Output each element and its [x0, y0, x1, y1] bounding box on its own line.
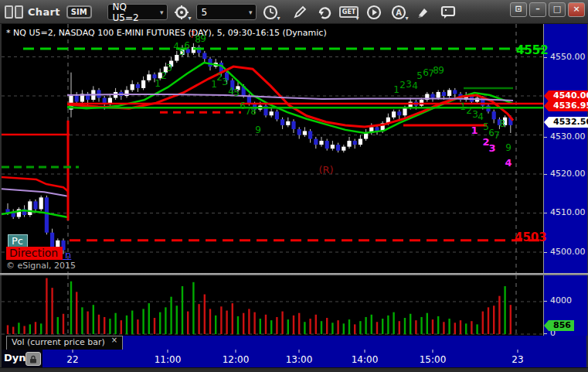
chevron-down-icon: ▾ [356, 15, 359, 22]
window-title: Chart [28, 6, 60, 18]
time-axis[interactable]: Dyn 2211:0012:0013:0014:0015:0023 [2, 350, 586, 367]
price-marker-bubble: 4536.95 [549, 101, 588, 111]
replay-button[interactable] [364, 4, 384, 21]
play-icon [366, 5, 382, 20]
trade-count-annotation: 2 [466, 105, 472, 116]
axis-tick [544, 137, 547, 138]
trade-count-annotation: 9 [255, 125, 261, 135]
trade-count-annotation: 4 [505, 157, 512, 169]
draw-tool-button[interactable] [290, 4, 310, 21]
tab-label: Vol (current price bar) [12, 337, 105, 347]
interval-value: 5 [202, 7, 208, 18]
axis-tick [73, 350, 73, 353]
trade-count-annotation: 5 [233, 87, 240, 98]
axis-tick [544, 301, 547, 302]
purple-ma [67, 94, 513, 101]
axis-tick [236, 350, 236, 353]
refresh-button[interactable] [314, 4, 335, 21]
price-axis-label: 4500.00 [550, 247, 586, 257]
chevron-down-icon: ▾ [244, 9, 253, 16]
time-axis-label: 12:00 [223, 354, 250, 365]
toolbar: Chart SIM NQ U5=2 ▾ ▾ 5 ▾ ▾ [0, 1, 588, 24]
window-controls: ⊡ – □ × [510, 2, 585, 17]
chart-window: Chart SIM NQ U5=2 ▾ ▾ 5 ▾ ▾ [0, 0, 588, 372]
trade-count-annotation: 1 [155, 78, 161, 89]
resistance-level-label: 4552 [516, 43, 549, 57]
maximize-button[interactable]: □ [549, 2, 566, 17]
speech-bubble-icon [440, 5, 457, 20]
restore-down-button[interactable]: ⊡ [510, 2, 527, 17]
axis-tick [544, 174, 547, 175]
price-marker-bubble: 4540.00 [549, 90, 588, 101]
pane-divider[interactable] [0, 273, 588, 275]
trade-count-annotation: 8 [250, 106, 257, 117]
slow-ma [67, 67, 513, 127]
price-marker-bubble: 856 [549, 320, 574, 331]
brush-icon [416, 5, 431, 20]
dyn-mode-label[interactable]: Dyn [4, 352, 26, 363]
chevron-down-icon: ▾ [406, 15, 409, 22]
trade-count-annotation: 2 [399, 80, 406, 90]
trade-count-annotation: (R) [318, 164, 333, 176]
price-marker-bubble: 4532.50 [549, 117, 588, 128]
tab-volume-study[interactable]: Vol (current price bar) × [6, 336, 123, 350]
tab-strip: Vol (current price bar) × [2, 336, 586, 350]
axis-tick [544, 213, 547, 213]
price-axis-label: 4510.00 [550, 207, 586, 217]
paintbrush-button[interactable] [413, 4, 433, 21]
price-axis-label: 4530.00 [550, 131, 586, 142]
trade-count-annotation: 3 [222, 77, 228, 87]
symbol-select[interactable]: NQ U5=2 ▾ [107, 4, 168, 20]
trade-count-annotation: 7 [494, 130, 500, 141]
interval-select[interactable]: 5 ▾ [196, 4, 257, 20]
auto-trade-button[interactable]: A ▾ [389, 4, 409, 21]
chevron-down-icon: ▾ [189, 15, 192, 22]
clock-icon [263, 5, 278, 20]
axis-tick [518, 350, 518, 353]
close-icon[interactable]: × [111, 336, 117, 344]
trade-count-annotation: 9 [505, 142, 512, 153]
axis-tick [168, 350, 168, 353]
lock-icon [29, 355, 37, 363]
trade-count-annotation: 3 [488, 142, 495, 154]
trade-count-annotation: 5 [416, 70, 423, 81]
trade-count-annotation: 1 [393, 84, 399, 95]
pencil-icon [293, 5, 307, 19]
gear-icon [174, 5, 189, 20]
close-button[interactable]: × [568, 2, 585, 17]
chevron-down-icon: ▾ [277, 15, 280, 22]
symbol-settings-button[interactable]: ▾ [172, 4, 192, 21]
minimize-button[interactable]: – [529, 2, 546, 17]
chevron-down-icon: ▾ [155, 9, 164, 16]
trade-count-annotation: 6 [184, 40, 190, 51]
time-axis-label: 23 [512, 354, 523, 365]
price-axis-label: 4550.00 [550, 52, 586, 62]
trade-count-annotation: 8 [499, 118, 505, 129]
chat-note-button[interactable] [438, 4, 458, 21]
get-studies-button[interactable]: GET ▾ [339, 4, 359, 21]
window-layout-icon[interactable] [5, 5, 23, 19]
symbol-value: NQ U5=2 [113, 2, 155, 23]
lock-button[interactable] [25, 352, 41, 366]
trade-count-annotation: 1 [471, 125, 478, 136]
chart-title: * NQ U5=2, NASDAQ 100 E-MINI FUTURES (DA… [6, 28, 327, 38]
trade-count-annotation: 3 [166, 63, 172, 73]
time-axis-label: 22 [66, 354, 78, 365]
sim-badge: SIM [66, 5, 92, 19]
time-template-button[interactable]: ▾ [260, 4, 280, 21]
trade-count-annotation: 1 [460, 101, 466, 112]
price-pane[interactable]: 1234567891234567891234567891234567891234… [2, 24, 543, 273]
trade-count-annotation: 4 [478, 111, 484, 122]
axis-tick [544, 57, 547, 58]
axis-tick [433, 350, 433, 353]
trade-count-annotation: 3 [406, 79, 412, 90]
volume-pane[interactable] [2, 275, 543, 336]
price-axis-label: 4000 [550, 295, 572, 305]
time-axis-label: 13:00 [286, 354, 313, 365]
axis-tick [544, 252, 547, 253]
price-axis[interactable]: 4550.004530.004520.004510.004500.0040000… [543, 24, 587, 336]
trade-count-annotation: 9 [438, 65, 444, 76]
support-level-label: 4503 [515, 230, 547, 244]
axis-tick [299, 350, 300, 353]
trade-count-annotation: 4 [412, 80, 418, 91]
